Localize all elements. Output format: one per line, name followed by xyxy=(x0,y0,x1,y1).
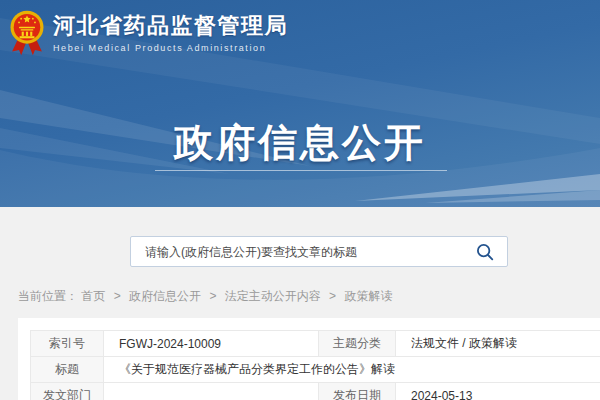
site-title-en: Hebei Medical Products Administration xyxy=(53,43,288,53)
site-brand: 河北省药品监督管理局 Hebei Medical Products Admini… xyxy=(10,9,288,57)
breadcrumb-prefix: 当前位置： xyxy=(18,289,78,303)
breadcrumb-separator: > xyxy=(209,289,216,303)
document-card: 索引号 FGWJ-2024-10009 主题分类 法规文件 / 政策解读 标题 … xyxy=(18,318,600,400)
publish-date-label: 发布日期 xyxy=(319,383,396,400)
subject-category-value: 法规文件 / 政策解读 xyxy=(396,331,600,357)
breadcrumb-item-home[interactable]: 首页 xyxy=(81,289,105,303)
china-national-emblem-icon xyxy=(10,9,44,57)
index-number-label: 索引号 xyxy=(31,331,104,357)
breadcrumb-item-gov-info[interactable]: 政府信息公开 xyxy=(129,289,201,303)
search-input[interactable] xyxy=(131,245,471,259)
banner-underline xyxy=(155,170,447,171)
breadcrumb: 当前位置： 首页 > 政府信息公开 > 法定主动公开内容 > 政策解读 xyxy=(18,288,392,305)
page: 河北省药品监督管理局 Hebei Medical Products Admini… xyxy=(0,0,600,400)
table-row: 标题 《关于规范医疗器械产品分类界定工作的公告》解读 xyxy=(31,357,600,383)
search-box xyxy=(130,236,508,267)
breadcrumb-separator: > xyxy=(329,289,336,303)
index-number-value: FGWJ-2024-10009 xyxy=(104,331,319,357)
issuing-dept-value xyxy=(104,383,319,400)
title-label: 标题 xyxy=(31,357,104,383)
document-meta-table: 索引号 FGWJ-2024-10009 主题分类 法规文件 / 政策解读 标题 … xyxy=(30,330,600,400)
title-value: 《关于规范医疗器械产品分类界定工作的公告》解读 xyxy=(104,357,600,383)
hero-banner: 河北省药品监督管理局 Hebei Medical Products Admini… xyxy=(0,0,600,207)
table-row: 索引号 FGWJ-2024-10009 主题分类 法规文件 / 政策解读 xyxy=(31,331,600,357)
breadcrumb-separator: > xyxy=(114,289,121,303)
issuing-dept-label: 发文部门 xyxy=(31,383,104,400)
subject-category-label: 主题分类 xyxy=(319,331,396,357)
breadcrumb-item-policy-interpretation[interactable]: 政策解读 xyxy=(344,289,392,303)
search-icon xyxy=(475,242,495,262)
page-title: 政府信息公开 xyxy=(0,116,600,170)
search-button[interactable] xyxy=(471,242,507,262)
site-title-zh: 河北省药品监督管理局 xyxy=(53,13,288,39)
breadcrumb-item-legal-disclosure[interactable]: 法定主动公开内容 xyxy=(225,289,321,303)
site-title-block: 河北省药品监督管理局 Hebei Medical Products Admini… xyxy=(53,9,288,53)
table-row: 发文部门 发布日期 2024-05-13 xyxy=(31,383,600,400)
publish-date-value: 2024-05-13 xyxy=(396,383,600,400)
